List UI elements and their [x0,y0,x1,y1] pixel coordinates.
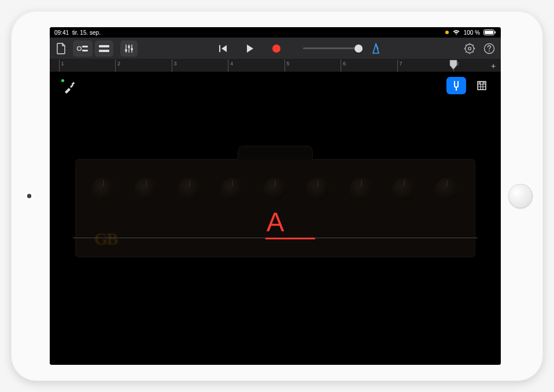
amp-handle [238,146,313,160]
amp-knob[interactable] [306,178,330,201]
tracks-icon [98,45,110,53]
track-controls-button[interactable] [120,40,138,57]
mixer-icon [124,44,134,53]
svg-point-14 [468,47,471,50]
status-date: tir. 15. sep. [72,29,101,36]
svg-point-10 [131,48,133,50]
timeline-ruler[interactable]: 1 2 3 4 5 6 7 8 + [50,60,501,72]
svg-rect-5 [82,50,88,51]
svg-rect-6 [99,45,109,47]
amp-knob[interactable] [178,178,201,201]
home-button[interactable] [508,184,533,208]
bar-number: 6 [343,61,346,66]
tracks-view-button[interactable] [95,40,113,57]
chord-grid-icon [476,80,487,91]
svg-rect-11 [219,45,220,52]
tuner-detected-note: A [267,206,285,238]
play-button[interactable] [242,40,258,57]
bar-number: 3 [174,61,177,66]
rewind-icon [219,45,228,53]
svg-line-22 [466,51,467,53]
add-section-button[interactable]: + [488,61,498,71]
svg-line-19 [466,45,467,46]
play-icon [246,44,254,53]
instrument-view: GB A [50,72,501,365]
svg-rect-1 [485,31,493,34]
amp-knob[interactable] [221,178,244,201]
ruler-bar: 7 [397,60,402,72]
svg-point-32 [483,82,485,84]
amp-knob[interactable] [92,178,115,201]
front-camera [27,194,31,198]
svg-line-21 [472,45,474,46]
transport-controls [215,40,285,57]
bar-number: 5 [287,61,290,66]
metronome-button[interactable] [368,40,384,57]
ruler-bar: 1 [59,60,64,72]
svg-point-31 [479,82,481,84]
svg-line-20 [472,51,474,53]
screen: 09:41 tir. 15. sep. 100 % [50,27,501,365]
tuner-pitch-indicator [265,238,315,239]
svg-point-9 [128,46,130,48]
help-icon [483,43,495,54]
battery-percent: 100 % [464,29,480,36]
gear-icon [464,43,475,54]
guitar-jack-icon [62,80,77,95]
plus-label: + [491,61,496,71]
ruler-bar: 3 [172,60,177,72]
battery-icon [483,29,496,35]
amp-knob[interactable] [135,178,158,201]
location-indicator-icon [445,31,449,34]
input-active-indicator [61,79,64,82]
svg-rect-7 [99,50,109,52]
record-icon [272,45,280,53]
bar-number: 2 [117,61,120,66]
ruler-bar: 6 [341,60,346,72]
my-songs-button[interactable] [53,40,69,57]
bar-number: 4 [230,61,233,66]
svg-rect-4 [82,46,88,47]
status-bar: 09:41 tir. 15. sep. 100 % [50,27,501,38]
go-to-beginning-button[interactable] [215,40,231,57]
volume-thumb[interactable] [354,45,363,53]
browser-icon [76,44,89,53]
svg-point-8 [125,49,127,51]
ruler-bar: 4 [228,60,233,72]
amp-knob[interactable] [435,178,459,201]
chord-tab[interactable] [472,77,492,94]
svg-point-24 [489,50,490,51]
svg-point-3 [77,46,82,50]
bar-number: 7 [400,61,402,66]
ruler-bar: 2 [115,60,120,72]
ipad-device-frame: 09:41 tir. 15. sep. 100 % [11,11,543,381]
tuning-fork-icon [450,80,462,91]
help-button[interactable] [481,40,497,57]
wifi-icon [452,29,460,35]
input-monitoring-button[interactable] [59,77,80,98]
amp-knob[interactable] [264,178,287,201]
ruler-bar: 5 [285,60,290,72]
amp-logo: GB [94,229,117,249]
playhead-marker[interactable] [449,60,457,68]
record-button[interactable] [268,40,285,57]
amp-knob[interactable] [393,178,416,201]
bar-number: 1 [61,61,64,66]
amp-knob[interactable] [350,178,373,201]
app-toolbar [50,38,501,60]
document-icon [56,43,67,54]
metronome-icon [371,43,381,54]
settings-button[interactable] [461,40,478,57]
tuner-tab[interactable] [446,77,466,94]
browser-button[interactable] [73,40,93,57]
svg-rect-2 [495,31,496,34]
master-volume-slider[interactable] [303,47,359,49]
status-time: 09:41 [54,29,69,36]
